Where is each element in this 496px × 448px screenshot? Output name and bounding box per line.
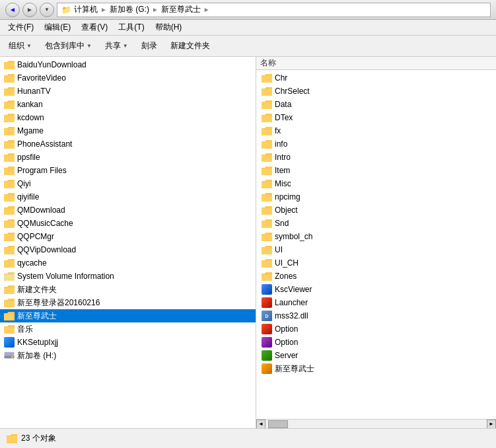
list-item[interactable]: Zones — [256, 270, 496, 283]
menu-view[interactable]: 查看(V) — [76, 20, 113, 34]
right-panel: 名称 Chr ChrSelect Data DTex fx info Intro… — [256, 57, 496, 428]
back-button[interactable]: ◄ — [5, 3, 20, 17]
folder-icon — [4, 259, 15, 268]
add-to-lib-button[interactable]: 包含到库中 ▼ — [39, 38, 98, 54]
list-item[interactable]: qiyifile — [0, 190, 256, 204]
file-name: Program Files — [17, 166, 67, 175]
list-item[interactable]: QQVipDownload — [0, 243, 256, 256]
horiz-scroll-thumb[interactable] — [268, 420, 288, 428]
list-item[interactable]: QQPCMgr — [0, 230, 256, 243]
list-item[interactable]: ppsfile — [0, 151, 256, 164]
list-item[interactable]: Chr — [256, 71, 496, 85]
list-item[interactable]: FavoriteVideo — [0, 71, 256, 85]
dropdown-button[interactable]: ▼ — [40, 3, 54, 17]
list-item[interactable]: npcimg — [256, 190, 496, 204]
folder-icon — [4, 299, 15, 307]
list-item[interactable]: Qiyi — [0, 177, 256, 190]
menu-edit[interactable]: 编辑(E) — [39, 20, 76, 34]
folder-icon — [4, 153, 15, 162]
list-item[interactable]: Mgame — [0, 124, 256, 137]
title-bar: ◄ ► ▼ 📁 计算机 ► 新加卷 (G:) ► 新至尊武士 ► — [0, 0, 496, 20]
list-item[interactable]: 新加卷 (H:) — [0, 349, 256, 362]
list-item[interactable]: Item — [256, 164, 496, 177]
file-name: Server — [275, 351, 298, 360]
list-item[interactable]: kankan — [0, 98, 256, 111]
list-item[interactable]: 新建文件夹 — [0, 283, 256, 296]
list-item[interactable]: Launcher — [256, 296, 496, 309]
list-item[interactable]: BaiduYunDownload — [0, 58, 256, 71]
menu-file[interactable]: 文件(F) — [3, 20, 39, 34]
main-area: BaiduYunDownload FavoriteVideo HunanTV k… — [0, 57, 496, 428]
list-item[interactable]: System Volume Information — [0, 270, 256, 283]
address-bar[interactable]: 📁 计算机 ► 新加卷 (G:) ► 新至尊武士 ► — [57, 3, 491, 17]
address-part-1: 计算机 — [74, 4, 98, 15]
file-name: DTex — [275, 113, 293, 122]
folder-icon — [262, 87, 272, 96]
file-name: Mgame — [17, 126, 44, 135]
menu-help[interactable]: 帮助(H) — [150, 20, 188, 34]
list-item[interactable]: QMDownload — [0, 204, 256, 217]
list-item[interactable]: HunanTV — [0, 85, 256, 98]
status-text: 23 个对象 — [21, 433, 56, 444]
list-item[interactable]: 新至尊武士 — [0, 309, 256, 322]
list-item[interactable]: Intro — [256, 151, 496, 164]
folder-icon — [4, 61, 15, 69]
file-name: Intro — [275, 153, 291, 162]
list-item[interactable]: UI_CH — [256, 256, 496, 270]
folder-icon — [262, 206, 272, 215]
folder-icon — [4, 285, 15, 294]
folder-icon — [262, 140, 272, 149]
file-name: Option — [275, 338, 298, 347]
list-item[interactable]: info — [256, 137, 496, 151]
list-item[interactable]: UI — [256, 243, 496, 256]
dll-icon: D — [262, 311, 272, 321]
file-name: Launcher — [275, 298, 308, 307]
list-item[interactable]: Data — [256, 98, 496, 111]
menu-bar: 文件(F) 编辑(E) 查看(V) 工具(T) 帮助(H) — [0, 20, 496, 36]
list-item[interactable]: DTex — [256, 111, 496, 124]
folder-icon — [4, 114, 15, 122]
list-item[interactable]: Program Files — [0, 164, 256, 177]
list-item[interactable]: PhoneAssistant — [0, 137, 256, 151]
exe-purple-icon — [262, 337, 272, 348]
list-item[interactable]: qycache — [0, 256, 256, 270]
horizontal-scrollbar[interactable]: ◄ ► — [256, 419, 496, 428]
list-item[interactable]: 新至尊登录器20160216 — [0, 296, 256, 309]
left-panel: BaiduYunDownload FavoriteVideo HunanTV k… — [0, 57, 256, 428]
folder-icon — [4, 193, 15, 202]
organize-button[interactable]: 组织 ▼ — [3, 38, 38, 54]
list-item[interactable]: Dmss32.dll — [256, 309, 496, 322]
list-item[interactable]: KscViewer — [256, 283, 496, 296]
folder-icon — [4, 206, 15, 215]
list-item[interactable]: Option — [256, 336, 496, 349]
menu-tools[interactable]: 工具(T) — [113, 20, 149, 34]
list-item[interactable]: Server — [256, 349, 496, 362]
list-item[interactable]: Object — [256, 204, 496, 217]
list-item[interactable]: Option — [256, 322, 496, 336]
folder-icon — [4, 246, 15, 254]
forward-button[interactable]: ► — [22, 3, 37, 17]
scroll-left-button[interactable]: ◄ — [256, 420, 266, 429]
exe-red-icon — [262, 297, 272, 308]
address-part-2: 新加卷 (G:) — [110, 4, 149, 15]
left-file-list: BaiduYunDownload FavoriteVideo HunanTV k… — [0, 57, 256, 428]
folder-icon — [262, 167, 272, 175]
list-item[interactable]: fx — [256, 124, 496, 137]
list-item[interactable]: QQMusicCache — [0, 217, 256, 230]
share-label: 共享 — [105, 40, 121, 52]
list-item[interactable]: Misc — [256, 177, 496, 190]
new-folder-button[interactable]: 新建文件夹 — [164, 38, 216, 54]
share-button[interactable]: 共享 ▼ — [99, 38, 134, 54]
list-item[interactable]: Snd — [256, 217, 496, 230]
list-item[interactable]: ChrSelect — [256, 85, 496, 98]
file-name: QQMusicCache — [17, 219, 73, 228]
list-item[interactable]: KKSetupIxjj — [0, 336, 256, 349]
list-item[interactable]: 新至尊武士 — [256, 362, 496, 375]
list-item[interactable]: symbol_ch — [256, 230, 496, 243]
list-item[interactable]: 音乐 — [0, 322, 256, 336]
list-item[interactable]: kcdown — [0, 111, 256, 124]
file-name: Snd — [275, 219, 289, 228]
scroll-right-button[interactable]: ► — [487, 420, 496, 429]
burn-button[interactable]: 刻录 — [135, 38, 163, 54]
file-name: qiyifile — [17, 192, 39, 202]
